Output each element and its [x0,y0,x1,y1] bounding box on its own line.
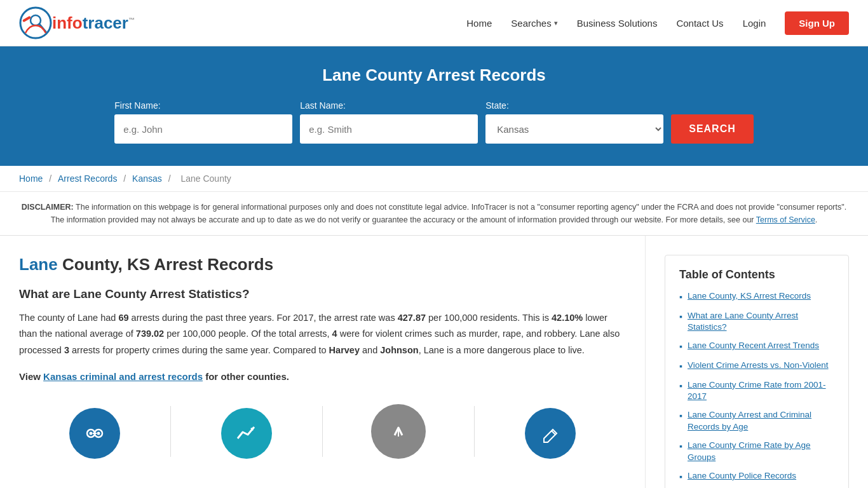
icon-block-edit [475,408,626,459]
nav-searches[interactable]: Searches ▾ [511,18,557,29]
toc-link[interactable]: Violent Crime Arrests vs. Non-Violent [688,360,829,372]
article-paragraph: The county of Lane had 69 arrests during… [19,310,626,358]
first-name-group: First Name: [114,100,292,144]
disclaimer-bar: DISCLAIMER: The information on this webp… [0,192,868,236]
stats-heading: What are Lane County Arrest Statistics? [19,287,626,301]
breadcrumb-home[interactable]: Home [19,173,43,184]
arrest-icon [69,408,120,459]
first-name-label: First Name: [114,100,160,111]
pct-lower: 42.10% [552,313,583,323]
search-form: First Name: Last Name: State: Alabama Al… [13,100,855,144]
nav-business-solutions[interactable]: Business Solutions [577,18,658,29]
city1: Harvey [329,345,360,355]
toc-link[interactable]: Lane County Crime Rate from 2001-2017 [688,379,834,403]
first-name-input[interactable] [114,114,292,144]
disclaimer-text: The information on this webpage is for g… [51,203,847,224]
trend-icon [221,408,272,459]
arrests-count: 69 [118,313,128,323]
violent-count: 4 [332,329,337,339]
chevron-down-icon: ▾ [554,19,558,27]
nav-home[interactable]: Home [466,18,492,29]
breadcrumb-lane-county: Lane County [180,173,231,184]
national-avg: 739.02 [136,329,164,339]
site-header: infotracer™ Home Searches ▾ Business Sol… [0,0,868,46]
state-group: State: Alabama Alaska Arizona Arkansas C… [485,100,663,144]
icons-row [19,398,626,459]
main-nav: Home Searches ▾ Business Solutions Conta… [466,11,849,35]
icon-block-scroll [323,404,474,459]
svg-point-8 [90,431,93,435]
arrest-rate: 427.87 [398,313,426,323]
article-title-highlight: Lane [19,255,58,274]
toc-link[interactable]: What are Lane County Arrest Statistics? [688,310,834,334]
last-name-input[interactable] [300,114,478,144]
view-records-text: View Kansas criminal and arrest records … [19,369,626,385]
nav-contact-us[interactable]: Contact Us [676,18,723,29]
property-count: 3 [64,345,69,355]
logo-text: infotracer™ [52,15,135,31]
state-label: State: [485,100,509,111]
svg-point-0 [20,8,51,38]
toc-link[interactable]: Lane County, KS Arrest Records [688,290,811,302]
view-records-suffix: for other counties. [203,371,289,382]
breadcrumb-sep-3: / [168,173,173,184]
icon-block-trend [171,408,322,459]
svg-point-9 [97,431,100,435]
city2: Johnson [380,345,418,355]
last-name-group: Last Name: [300,100,478,144]
article-title: Lane County, KS Arrest Records [19,255,626,274]
disclaimer-label: DISCLAIMER: [22,203,74,212]
toc-item: Lane County Arrest and Criminal Records … [679,409,834,433]
toc-item: Lane County Recent Arrest Trends [679,340,834,353]
toc-item: Lane County Crime Rate from 2001-2017 [679,379,834,403]
last-name-label: Last Name: [300,100,346,111]
breadcrumb-arrest-records[interactable]: Arrest Records [58,173,117,184]
hero-title: Lane County Arrest Records [13,65,855,85]
content-wrapper: Lane County, KS Arrest Records What are … [0,236,868,488]
search-button[interactable]: SEARCH [671,114,754,144]
icon-block-arrest [19,408,170,459]
disclaimer-tos-link[interactable]: Terms of Service [756,215,815,224]
toc-item: Violent Crime Arrests vs. Non-Violent [679,360,834,373]
breadcrumb-sep-2: / [123,173,128,184]
article-title-rest: County, KS Arrest Records [58,255,274,274]
breadcrumb-sep-1: / [49,173,54,184]
view-records-link[interactable]: Kansas criminal and arrest records [43,371,203,382]
view-records-prefix: View [19,371,43,382]
toc-item: Lane County Crime Rate by Age Groups [679,440,834,464]
toc-link[interactable]: Lane County Crime Rate by Age Groups [688,440,834,464]
main-content: Lane County, KS Arrest Records What are … [19,236,646,488]
hero-banner: Lane County Arrest Records First Name: L… [0,46,868,166]
sidebar: Table of Contents Lane County, KS Arrest… [646,236,849,488]
toc-title: Table of Contents [679,268,834,281]
edit-icon [525,408,576,459]
breadcrumb: Home / Arrest Records / Kansas / Lane Co… [0,166,868,192]
toc-item: Lane County Police Records [679,470,834,484]
logo[interactable]: infotracer™ [19,6,135,39]
toc-list: Lane County, KS Arrest RecordsWhat are L… [679,290,834,488]
state-select[interactable]: Alabama Alaska Arizona Arkansas Californ… [485,114,663,144]
toc-item: What are Lane County Arrest Statistics? [679,310,834,334]
scroll-icon [371,404,426,459]
toc-link[interactable]: Lane County Recent Arrest Trends [688,340,819,352]
toc-item: Lane County, KS Arrest Records [679,290,834,304]
nav-login[interactable]: Login [743,18,766,29]
toc-box: Table of Contents Lane County, KS Arrest… [665,255,849,488]
toc-link[interactable]: Lane County Arrest and Criminal Records … [688,409,834,433]
breadcrumb-kansas[interactable]: Kansas [132,173,162,184]
toc-link[interactable]: Lane County Police Records [688,470,796,482]
nav-signup[interactable]: Sign Up [785,11,849,35]
